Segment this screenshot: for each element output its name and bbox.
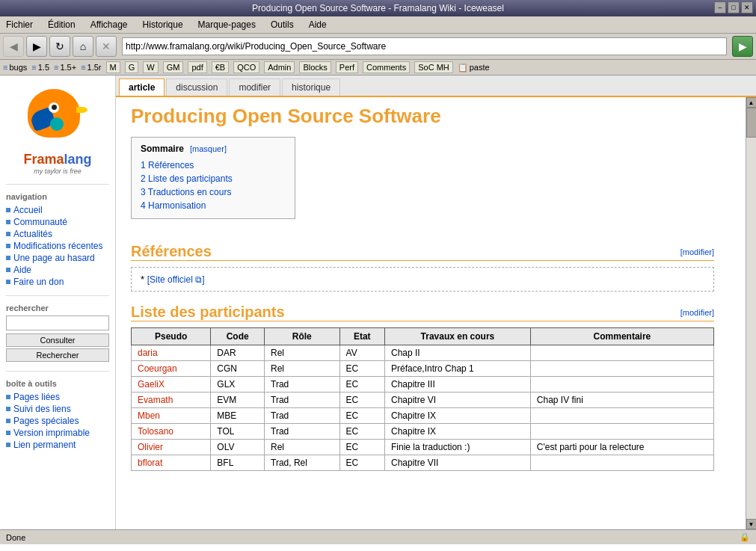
reload-button[interactable]: ↻	[49, 36, 70, 57]
sidebar-item-pages-speciales[interactable]: Pages spéciales	[6, 415, 109, 427]
menu-tools[interactable]: Outils	[268, 18, 297, 31]
tab-historique[interactable]: historique	[282, 79, 340, 96]
close-button[interactable]: ✕	[741, 1, 753, 13]
toc-item-4[interactable]: 4 Harmonisation	[141, 199, 286, 212]
bullet-icon	[6, 208, 10, 212]
scroll-up-button[interactable]: ▲	[746, 97, 757, 108]
toc-item-1[interactable]: 1 Références	[141, 158, 286, 172]
cell-role: Rel	[265, 361, 340, 377]
bookmark-comments[interactable]: Comments	[363, 61, 410, 73]
cell-commentaire	[530, 377, 713, 393]
stop-button[interactable]: ✕	[96, 36, 117, 57]
bookmark-1-5r[interactable]: ≡1.5r	[81, 63, 101, 72]
references-modifier[interactable]: [modifier]	[680, 247, 714, 256]
sidebar-item-actualites[interactable]: Actualités	[6, 228, 109, 240]
scroll-thumb[interactable]	[746, 108, 757, 138]
menu-file[interactable]: Fichier	[3, 18, 36, 31]
bookmark-perf[interactable]: Perf	[336, 61, 358, 73]
bookmark-m[interactable]: M	[106, 61, 120, 73]
scrollbar[interactable]: ▲ ▼	[746, 97, 756, 529]
address-bar[interactable]	[122, 37, 727, 55]
toc-item-2[interactable]: 2 Liste des participants	[141, 172, 286, 185]
bookmark-cb[interactable]: €B	[212, 61, 229, 73]
content-area: Producing Open Source Software Sommaire …	[116, 97, 746, 529]
bullet-icon	[6, 268, 10, 272]
user-link[interactable]: Mben	[138, 410, 160, 421]
user-link[interactable]: Evamath	[138, 395, 173, 405]
participants-modifier[interactable]: [modifier]	[680, 308, 714, 317]
menu-help[interactable]: Aide	[306, 18, 330, 31]
sidebar: Framalang my taylor is free navigation A…	[0, 76, 116, 529]
table-row: daria DAR Rel AV Chap II	[132, 345, 714, 361]
sidebar-item-communaute[interactable]: Communauté	[6, 216, 109, 228]
user-link[interactable]: Tolosano	[138, 426, 173, 437]
sidebar-item-lien-permanent[interactable]: Lien permanent	[6, 439, 109, 451]
bookmark-gm[interactable]: GM	[163, 61, 184, 73]
menu-history[interactable]: Historique	[140, 18, 186, 31]
bookmark-1-5[interactable]: ≡1.5	[31, 63, 49, 72]
bookmark-soc-mh[interactable]: SoC MH	[414, 61, 453, 73]
sidebar-search-section: rechercher Consulter Rechercher	[0, 299, 115, 368]
minimize-button[interactable]: –	[714, 1, 726, 13]
bookmark-qco[interactable]: QCO	[233, 61, 259, 73]
rechercher-button[interactable]: Rechercher	[6, 348, 109, 362]
site-officiel-link[interactable]: [Site officiel ⧉]	[147, 274, 205, 285]
sidebar-item-don[interactable]: Faire un don	[6, 276, 109, 288]
menu-edit[interactable]: Édition	[45, 18, 79, 31]
tab-modifier[interactable]: modifier	[229, 79, 280, 96]
tab-discussion[interactable]: discussion	[166, 79, 227, 96]
sidebar-divider-1	[6, 184, 109, 185]
bookmark-w[interactable]: W	[143, 61, 158, 73]
toc-item-3[interactable]: 3 Traductions en cours	[141, 185, 286, 199]
sidebar-item-pages-liees[interactable]: Pages liées	[6, 391, 109, 403]
sidebar-item-modifications[interactable]: Modifications récentes	[6, 240, 109, 252]
go-button[interactable]: ▶	[732, 36, 753, 57]
bookmark-1-5plus[interactable]: ≡1.5+	[54, 63, 76, 72]
home-button[interactable]: ⌂	[73, 36, 93, 57]
bookmark-blocks[interactable]: Blocks	[299, 61, 331, 73]
bookmark-admin[interactable]: Admin	[264, 61, 295, 73]
forward-button[interactable]: ▶	[26, 36, 47, 57]
cell-etat: EC	[339, 424, 385, 440]
menu-view[interactable]: Affichage	[87, 18, 131, 31]
tab-article[interactable]: article	[119, 79, 165, 96]
bookmark-paste[interactable]: 📋paste	[458, 63, 490, 73]
consulter-button[interactable]: Consulter	[6, 333, 109, 347]
sidebar-item-hasard[interactable]: Une page au hasard	[6, 252, 109, 264]
toc-hide-button[interactable]: [masquer]	[190, 144, 227, 153]
tools-title: boîte à outils	[6, 379, 109, 388]
status-text: Done	[6, 533, 25, 542]
url-input[interactable]	[126, 41, 723, 52]
toc-title: Sommaire [masquer]	[141, 144, 286, 154]
bookmark-g[interactable]: G	[125, 61, 139, 73]
cell-pseudo: Olivier	[132, 440, 211, 455]
user-link[interactable]: Olivier	[138, 442, 163, 452]
window-title: Producing Open Source Software - Framala…	[252, 3, 504, 13]
maximize-button[interactable]: □	[728, 1, 740, 13]
table-row: Tolosano TOL Trad EC Chapitre IX	[132, 424, 714, 440]
participants-title: Liste des participants	[131, 304, 285, 321]
sidebar-link-label: Faire un don	[13, 277, 64, 287]
toolbar: ◀ ▶ ↻ ⌂ ✕ ▶	[0, 34, 756, 60]
menu-bookmarks[interactable]: Marque-pages	[195, 18, 259, 31]
table-row: Olivier OLV Rel EC Finie la traduction :…	[132, 440, 714, 455]
window-controls[interactable]: – □ ✕	[714, 1, 753, 13]
back-button[interactable]: ◀	[3, 36, 24, 57]
user-link[interactable]: Coeurgan	[138, 363, 177, 374]
bookmark-pdf[interactable]: pdf	[188, 61, 206, 73]
user-link[interactable]: bflorat	[138, 458, 162, 468]
bookmark-bugs[interactable]: ≡bugs	[3, 63, 27, 72]
cell-role: Trad	[265, 408, 340, 424]
sidebar-item-aide[interactable]: Aide	[6, 264, 109, 276]
search-input[interactable]	[6, 315, 109, 330]
sidebar-item-accueil[interactable]: Accueil	[6, 204, 109, 216]
scroll-down-button[interactable]: ▼	[746, 519, 757, 529]
cell-pseudo: Evamath	[132, 393, 211, 408]
user-link[interactable]: GaeliX	[138, 379, 165, 390]
page-content: Producing Open Source Software Sommaire …	[116, 97, 729, 478]
sidebar-item-version-imprimable[interactable]: Version imprimable	[6, 427, 109, 439]
sidebar-nav-section: navigation Accueil Communauté Actualités…	[0, 188, 115, 292]
sidebar-item-suivi[interactable]: Suivi des liens	[6, 403, 109, 415]
bullet-icon	[6, 280, 10, 284]
user-link[interactable]: daria	[138, 348, 158, 358]
